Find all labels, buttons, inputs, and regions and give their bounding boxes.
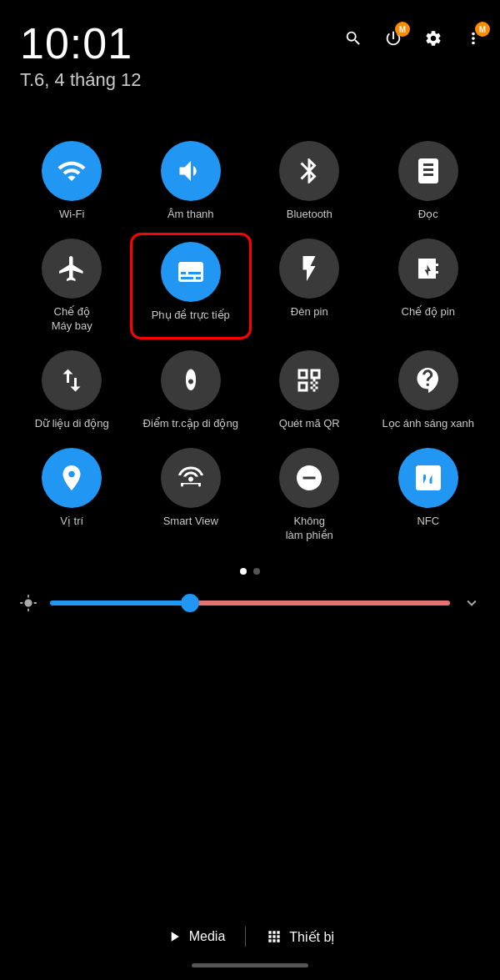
qs-subtitle[interactable]: Phụ đề trực tiếp <box>136 239 247 334</box>
doc-label: Đọc <box>418 208 438 222</box>
airplane-icon-bg <box>42 239 102 299</box>
settings-icon[interactable] <box>420 25 447 52</box>
smartview-label: Smart View <box>163 515 218 529</box>
nfc-icon-bg <box>398 448 458 508</box>
date-display: T.6, 4 tháng 12 <box>20 69 480 91</box>
top-icons-bar: M M <box>340 25 487 52</box>
dnd-icon-bg <box>279 448 339 508</box>
qs-qr[interactable]: Quét mã QR <box>254 350 365 431</box>
dnd-label: Khônglàm phiền <box>286 515 333 543</box>
qs-smartview[interactable]: Smart View <box>136 448 247 543</box>
blue-filter-label: Lọc ánh sáng xanh <box>382 417 474 431</box>
hotspot-label: Điểm tr.cập di động <box>143 417 238 431</box>
qs-dnd[interactable]: Khônglàm phiền <box>254 448 365 543</box>
qs-blue-filter[interactable]: Lọc ánh sáng xanh <box>373 350 484 431</box>
bottom-bar: Media Thiết bị <box>0 927 500 947</box>
page-dot-1 <box>240 568 247 575</box>
location-label: Vị trí <box>60 515 83 529</box>
devices-label: Thiết bị <box>289 929 334 945</box>
devices-button[interactable]: Thiết bị <box>266 928 334 945</box>
hotspot-icon-bg <box>161 350 221 410</box>
more-badge: M <box>475 22 490 37</box>
search-icon[interactable] <box>340 25 367 52</box>
battery-icon-bg <box>398 239 458 299</box>
qs-bluetooth[interactable]: Bluetooth <box>254 141 365 222</box>
qs-doc[interactable]: Đọc <box>373 141 484 222</box>
page-indicators <box>0 568 500 575</box>
media-label: Media <box>189 929 226 944</box>
flashlight-icon-bg <box>279 239 339 299</box>
subtitle-icon-bg <box>161 242 221 302</box>
nfc-label: NFC <box>417 515 439 529</box>
qs-flashlight[interactable]: Đèn pin <box>254 239 365 334</box>
qs-battery-mode[interactable]: Chế độ pin <box>373 239 484 334</box>
blue-filter-icon-bg <box>398 350 458 410</box>
nav-bar-handle <box>192 963 308 967</box>
wifi-icon-bg <box>42 141 102 201</box>
qs-wifi[interactable]: Wi-Fi <box>17 141 128 222</box>
quick-settings-grid: Wi-Fi Âm thanh Bluetooth Đọc Chế độMáy b… <box>0 141 500 542</box>
battery-mode-label: Chế độ pin <box>402 305 455 319</box>
sound-label: Âm thanh <box>168 208 214 222</box>
mobile-data-label: Dữ liệu di động <box>35 417 109 431</box>
qr-label: Quét mã QR <box>279 417 340 431</box>
qr-icon-bg <box>279 350 339 410</box>
qs-mobile-data[interactable]: Dữ liệu di động <box>17 350 128 431</box>
qs-airplane[interactable]: Chế độMáy bay <box>17 239 128 334</box>
qs-hotspot[interactable]: Điểm tr.cập di động <box>136 350 247 431</box>
doc-icon-bg <box>398 141 458 201</box>
sound-icon-bg <box>161 141 221 201</box>
smartview-icon-bg <box>161 448 221 508</box>
location-icon-bg <box>42 448 102 508</box>
qs-sound[interactable]: Âm thanh <box>136 141 247 222</box>
media-button[interactable]: Media <box>166 928 226 945</box>
brightness-bar <box>17 591 483 615</box>
power-badge: M <box>395 22 410 37</box>
qs-location[interactable]: Vị trí <box>17 448 128 543</box>
wifi-label: Wi-Fi <box>59 208 84 222</box>
qs-nfc[interactable]: NFC <box>373 448 484 543</box>
nav-bar <box>0 950 500 980</box>
mobile-data-icon-bg <box>42 350 102 410</box>
more-icon[interactable]: M <box>460 25 487 52</box>
power-icon[interactable]: M <box>380 25 407 52</box>
bottom-divider <box>245 927 246 947</box>
brightness-low-icon <box>17 591 40 615</box>
flashlight-label: Đèn pin <box>291 305 328 319</box>
airplane-label: Chế độMáy bay <box>52 305 92 334</box>
brightness-track[interactable] <box>50 601 450 606</box>
brightness-expand-icon[interactable] <box>460 591 483 615</box>
page-dot-2 <box>253 568 260 575</box>
bluetooth-icon-bg <box>279 141 339 201</box>
bluetooth-label: Bluetooth <box>287 208 332 222</box>
subtitle-label: Phụ đề trực tiếp <box>152 309 230 323</box>
brightness-thumb[interactable] <box>181 594 199 612</box>
